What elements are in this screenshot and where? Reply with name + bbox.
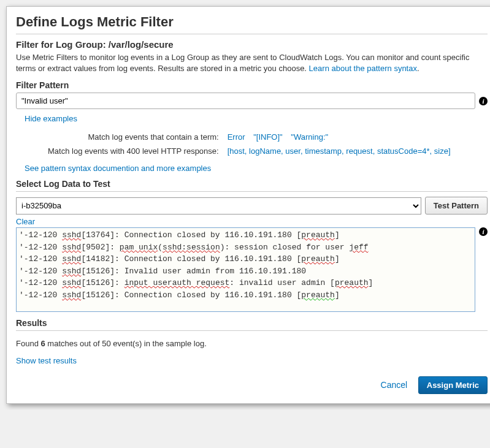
log-preview[interactable]: '-12-120 sshd[13764]: Connection closed … [16, 227, 475, 312]
test-pattern-button[interactable]: Test Pattern [425, 197, 488, 215]
description: Use Metric Filters to monitor log events… [16, 52, 488, 74]
log-line: '-12-120 sshd[15126]: Connection closed … [19, 289, 475, 302]
example-term-error[interactable]: Error [228, 132, 245, 142]
info-icon[interactable]: i [479, 97, 488, 105]
hide-examples-link[interactable]: Hide examples [25, 114, 77, 123]
log-line: '-12-120 sshd[14182]: Connection closed … [19, 253, 475, 265]
page-title: Define Logs Metric Filter [16, 14, 488, 30]
info-icon[interactable]: i [479, 227, 488, 236]
example-term-label: Match log events that contain a term: [44, 131, 223, 143]
filter-pattern-input[interactable] [16, 93, 475, 109]
show-test-results-link[interactable]: Show test results [16, 356, 77, 365]
select-log-data-label: Select Log Data to Test [16, 179, 488, 189]
clear-link[interactable]: Clear [16, 217, 35, 226]
divider [16, 330, 488, 331]
cancel-button[interactable]: Cancel [381, 380, 408, 390]
metric-filter-dialog: Define Logs Metric Filter Filter for Log… [6, 6, 490, 404]
examples-table: Match log events that contain a term: Er… [43, 129, 462, 159]
log-line: '-12-120 sshd[13764]: Connection closed … [19, 229, 475, 241]
log-line: '-12-120 sshd[15126]: input userauth req… [19, 277, 475, 289]
divider [16, 34, 488, 34]
example-term-info[interactable]: "[INFO]" [253, 132, 283, 142]
results-label: Results [16, 318, 488, 328]
example-http-label: Match log events with 400 level HTTP res… [44, 145, 223, 158]
pattern-docs-link[interactable]: See pattern syntax documention and more … [25, 164, 211, 173]
log-data-select[interactable]: i-b32509ba [16, 197, 421, 215]
example-http-link[interactable]: [host, logName, user, timestamp, request… [228, 146, 451, 156]
assign-metric-button[interactable]: Assign Metric [418, 376, 488, 394]
filter-pattern-label: Filter Pattern [16, 80, 488, 90]
log-group-subtitle: Filter for Log Group: /var/log/secure [16, 39, 488, 50]
example-term-warning[interactable]: "Warning:" [291, 132, 328, 142]
log-line: '-12-120 sshd[15126]: Invalid user admin… [19, 265, 475, 278]
learn-syntax-link[interactable]: Learn about the pattern syntax [309, 64, 417, 73]
results-text: Found 6 matches out of 50 event(s) in th… [16, 339, 488, 348]
divider [16, 191, 488, 192]
log-line: '-12-120 sshd[9502]: pam unix(sshd:sessi… [19, 241, 475, 254]
